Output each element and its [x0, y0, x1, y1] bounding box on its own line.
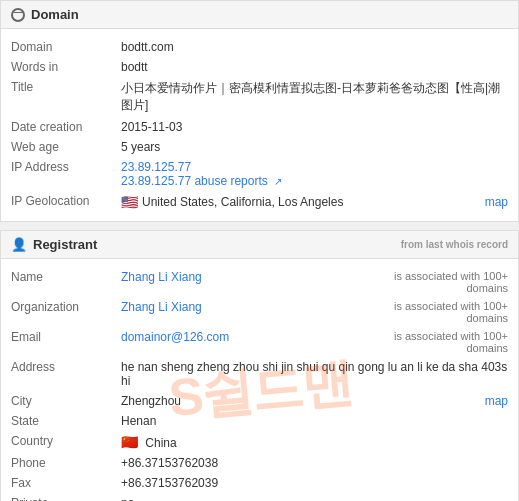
globe-icon — [11, 8, 25, 22]
org-value: Zhang Li Xiang — [121, 300, 368, 314]
age-value: 5 years — [121, 140, 508, 154]
date-row: Date creation 2015-11-03 — [11, 117, 508, 137]
phone-row: Phone +86.37153762038 — [11, 453, 508, 473]
private-value: no — [121, 496, 508, 501]
private-label: Private — [11, 496, 121, 501]
state-value: Henan — [121, 414, 508, 428]
city-label: City — [11, 394, 121, 408]
city-value: Zhengzhou map — [121, 394, 508, 408]
domain-card-body: Domain bodtt.com Words in bodtt Title 小日… — [1, 29, 518, 221]
email-row: Email domainor@126.com is associated wit… — [11, 327, 508, 357]
geo-row: IP Geolocation 🇺🇸 United States, Califor… — [11, 191, 508, 213]
words-row: Words in bodtt — [11, 57, 508, 77]
email-value: domainor@126.com — [121, 330, 368, 344]
domain-row: Domain bodtt.com — [11, 37, 508, 57]
address-row: Address he nan sheng zheng zhou shi jin … — [11, 357, 508, 391]
geo-text: United States, California, Los Angeles — [142, 195, 343, 209]
city-row: City Zhengzhou map — [11, 391, 508, 411]
geo-value: 🇺🇸 United States, California, Los Angele… — [121, 194, 508, 210]
age-row: Web age 5 years — [11, 137, 508, 157]
us-flag-icon: 🇺🇸 — [121, 194, 138, 210]
country-label: Country — [11, 434, 121, 450]
name-link[interactable]: Zhang Li Xiang — [121, 270, 202, 284]
cn-flag-icon: 🇨🇳 — [121, 434, 138, 450]
from-last-label: from last whois record — [401, 239, 508, 250]
country-text: China — [145, 436, 176, 450]
geo-content: 🇺🇸 United States, California, Los Angele… — [121, 194, 508, 210]
city-text: Zhengzhou — [121, 394, 181, 408]
title-row: Title 小日本爱情动作片｜密高模利情置拟志图-日本萝莉爸爸动态图【性高|潮图… — [11, 77, 508, 117]
org-row: Organization Zhang Li Xiang is associate… — [11, 297, 508, 327]
state-row: State Henan — [11, 411, 508, 431]
phone-value: +86.37153762038 — [121, 456, 508, 470]
domain-label: Domain — [11, 40, 121, 54]
fax-label: Fax — [11, 476, 121, 490]
city-map-link[interactable]: map — [485, 394, 508, 408]
private-row: Private no — [11, 493, 508, 501]
phone-label: Phone — [11, 456, 121, 470]
words-value: bodtt — [121, 60, 508, 74]
state-label: State — [11, 414, 121, 428]
address-value: he nan sheng zheng zhou shi jin shui qu … — [121, 360, 508, 388]
geo-map-link[interactable]: map — [485, 195, 508, 209]
registrant-header-label: Registrant — [33, 237, 97, 252]
country-row: Country 🇨🇳 China — [11, 431, 508, 453]
domain-value: bodtt.com — [121, 40, 508, 54]
name-label: Name — [11, 270, 121, 284]
ip-link[interactable]: 23.89.125.77 — [121, 160, 508, 174]
country-value: 🇨🇳 China — [121, 434, 508, 450]
abuse-link[interactable]: 23.89.125.77 abuse reports — [121, 174, 268, 188]
date-value: 2015-11-03 — [121, 120, 508, 134]
external-link-icon: ↗ — [274, 176, 282, 187]
registrant-header-left: 👤 Registrant — [11, 237, 97, 252]
domain-header-label: Domain — [31, 7, 79, 22]
registrant-card-body: Name Zhang Li Xiang is associated with 1… — [1, 259, 518, 501]
abuse-row: 23.89.125.77 abuse reports ↗ — [121, 174, 508, 188]
ip-label: IP Address — [11, 160, 121, 188]
person-icon: 👤 — [11, 237, 27, 252]
email-assoc: is associated with 100+ domains — [368, 330, 508, 354]
email-label: Email — [11, 330, 121, 344]
ip-value: 23.89.125.77 23.89.125.77 abuse reports … — [121, 160, 508, 188]
domain-card-header: Domain — [1, 1, 518, 29]
ip-row: IP Address 23.89.125.77 23.89.125.77 abu… — [11, 157, 508, 191]
org-label: Organization — [11, 300, 121, 314]
org-link[interactable]: Zhang Li Xiang — [121, 300, 202, 314]
registrant-card: 👤 Registrant from last whois record S쉴드맨… — [0, 230, 519, 501]
name-value: Zhang Li Xiang — [121, 270, 368, 284]
address-label: Address — [11, 360, 121, 388]
fax-row: Fax +86.37153762039 — [11, 473, 508, 493]
fax-value: +86.37153762039 — [121, 476, 508, 490]
age-label: Web age — [11, 140, 121, 154]
email-link[interactable]: domainor@126.com — [121, 330, 229, 344]
date-label: Date creation — [11, 120, 121, 134]
registrant-card-header: 👤 Registrant from last whois record — [1, 231, 518, 259]
title-value: 小日本爱情动作片｜密高模利情置拟志图-日本萝莉爸爸动态图【性高|潮图片] — [121, 80, 508, 114]
geo-label: IP Geolocation — [11, 194, 121, 210]
name-assoc: is associated with 100+ domains — [368, 270, 508, 294]
name-row: Name Zhang Li Xiang is associated with 1… — [11, 267, 508, 297]
org-assoc: is associated with 100+ domains — [368, 300, 508, 324]
title-label: Title — [11, 80, 121, 114]
domain-card: Domain Domain bodtt.com Words in bodtt T… — [0, 0, 519, 222]
city-content: Zhengzhou map — [121, 394, 508, 408]
words-label: Words in — [11, 60, 121, 74]
